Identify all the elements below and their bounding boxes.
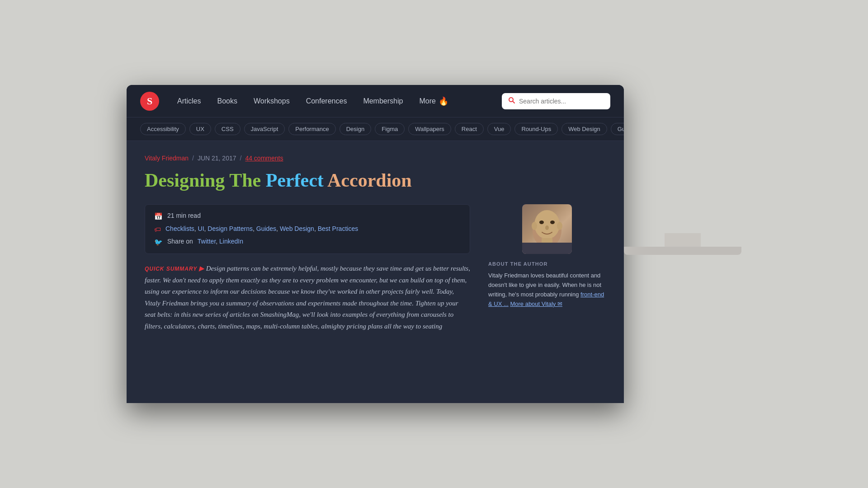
- linkedin-share-link[interactable]: LinkedIn: [219, 238, 243, 245]
- share-links: Twitter, LinkedIn: [198, 238, 243, 245]
- tag-design[interactable]: Design: [340, 123, 371, 135]
- article-layout: 📅 21 min read 🏷 Checklists, UI, Design P…: [145, 204, 606, 340]
- nav-workshops[interactable]: Workshops: [246, 94, 297, 109]
- fire-icon: 🔥: [439, 96, 448, 106]
- tag-figma[interactable]: Figma: [375, 123, 405, 135]
- tag-icon: 🏷: [154, 225, 161, 233]
- svg-point-5: [557, 222, 562, 230]
- tag-guides[interactable]: Guides: [611, 123, 624, 135]
- nav-conferences[interactable]: Conferences: [299, 94, 354, 109]
- svg-rect-11: [522, 243, 572, 254]
- author-avatar: [522, 204, 572, 254]
- title-word-perfect: Perfect: [266, 170, 327, 191]
- nav-links: Articles Books Workshops Conferences Mem…: [170, 93, 498, 110]
- tag-guides-link[interactable]: Guides: [256, 225, 276, 232]
- calendar-icon: 📅: [154, 212, 163, 221]
- svg-point-7: [550, 221, 555, 224]
- tag-webdesign[interactable]: Web Design: [561, 123, 607, 135]
- about-author: ABOUT THE AUTHOR Vitaly Friedman loves b…: [488, 261, 606, 309]
- stand-neck: [665, 233, 701, 247]
- read-time-row: 📅 21 min read: [154, 212, 461, 221]
- svg-point-6: [539, 221, 544, 224]
- tag-ux[interactable]: UX: [189, 123, 211, 135]
- article-date: JUN 21, 2017: [198, 155, 236, 162]
- quick-summary: QUICK SUMMARY ▶ Design patterns can be e…: [145, 263, 470, 332]
- twitter-share-link[interactable]: Twitter: [198, 238, 216, 245]
- twitter-icon: 🐦: [154, 238, 163, 246]
- search-box[interactable]: [502, 93, 610, 109]
- search-icon: [508, 97, 515, 106]
- author-bio: Vitaly Friedman loves beautiful content …: [488, 271, 606, 309]
- svg-point-3: [534, 210, 560, 239]
- author-bio-link2[interactable]: More about Vitaly ✉: [510, 300, 562, 307]
- comments-link[interactable]: 44 comments: [245, 155, 283, 162]
- tag-checklists[interactable]: Checklists: [165, 225, 194, 232]
- nav-books[interactable]: Books: [210, 94, 244, 109]
- tag-react[interactable]: React: [455, 123, 484, 135]
- article-area: Vitaly Friedman / JUN 21, 2017 / 44 comm…: [127, 141, 624, 403]
- quick-summary-label: QUICK SUMMARY: [145, 266, 197, 272]
- nav-more[interactable]: More 🔥: [412, 93, 455, 110]
- share-row: 🐦 Share on Twitter, LinkedIn: [154, 238, 461, 246]
- navbar: S Articles Books Workshops Conferences M…: [127, 85, 624, 117]
- tag-vue[interactable]: Vue: [487, 123, 511, 135]
- article-meta: Vitaly Friedman / JUN 21, 2017 / 44 comm…: [145, 155, 606, 162]
- about-author-label: ABOUT THE AUTHOR: [488, 261, 606, 267]
- svg-point-4: [532, 222, 537, 230]
- tag-roundups[interactable]: Round-Ups: [514, 123, 558, 135]
- tag-design-patterns[interactable]: Design Patterns: [208, 225, 253, 232]
- svg-point-8: [545, 225, 549, 230]
- article-title: Designing The Perfect Accordion: [145, 169, 606, 192]
- tags-row: 🏷 Checklists, UI, Design Patterns, Guide…: [154, 225, 461, 233]
- tag-web-design[interactable]: Web Design: [280, 225, 314, 232]
- article-main: 📅 21 min read 🏷 Checklists, UI, Design P…: [145, 204, 470, 340]
- author-photo: [522, 204, 572, 254]
- site-logo[interactable]: S: [140, 92, 159, 111]
- monitor-stand-assembly: [624, 233, 741, 255]
- share-prefix: Share on: [167, 238, 193, 245]
- info-card: 📅 21 min read 🏷 Checklists, UI, Design P…: [145, 204, 470, 254]
- summary-text: QUICK SUMMARY ▶ Design patterns can be e…: [145, 263, 470, 332]
- nav-membership[interactable]: Membership: [356, 94, 410, 109]
- arrow-icon: ▶: [199, 265, 206, 272]
- search-input[interactable]: [519, 98, 604, 105]
- tag-javascript[interactable]: JavaScript: [244, 123, 285, 135]
- tag-best-practices[interactable]: Best Practices: [318, 225, 358, 232]
- title-word-the: The: [229, 170, 266, 191]
- svg-line-1: [513, 101, 514, 103]
- tag-performance[interactable]: Performance: [288, 123, 335, 135]
- title-word-accordion: Accordion: [327, 170, 412, 191]
- tag-bar: Accessibility UX CSS JavaScript Performa…: [127, 117, 624, 141]
- nav-articles[interactable]: Articles: [170, 94, 208, 109]
- browser-window: S Articles Books Workshops Conferences M…: [127, 85, 624, 403]
- article-sidebar: ABOUT THE AUTHOR Vitaly Friedman loves b…: [488, 204, 606, 340]
- article-tags: Checklists, UI, Design Patterns, Guides,…: [165, 225, 358, 232]
- tag-accessibility[interactable]: Accessibility: [140, 123, 186, 135]
- tag-ui[interactable]: UI: [198, 225, 204, 232]
- stand-base: [624, 247, 741, 255]
- author-link[interactable]: Vitaly Friedman: [145, 155, 189, 162]
- tag-css[interactable]: CSS: [215, 123, 241, 135]
- read-time: 21 min read: [167, 212, 201, 219]
- title-word-designing: Designing: [145, 170, 229, 191]
- logo-icon: S: [140, 92, 159, 111]
- tag-wallpapers[interactable]: Wallpapers: [408, 123, 451, 135]
